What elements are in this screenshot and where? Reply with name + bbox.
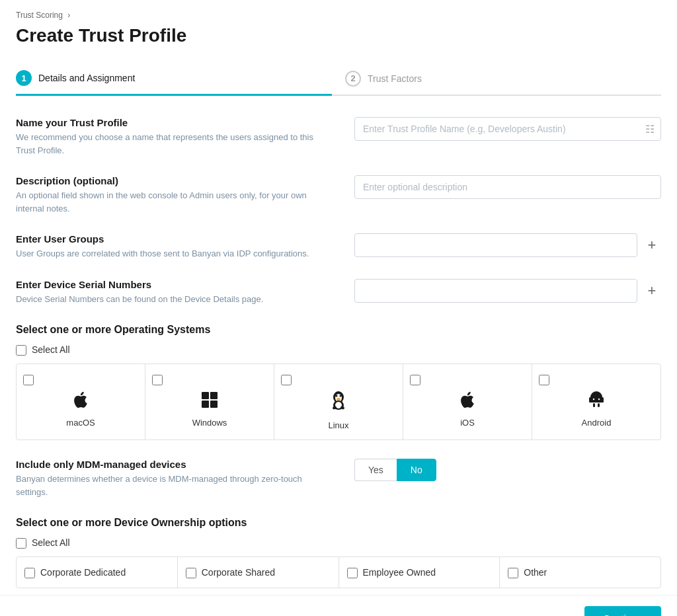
ownership-corporate-shared-checkbox[interactable] [186, 568, 196, 578]
ownership-cell-corporate-dedicated: Corporate Dedicated [17, 557, 178, 588]
os-section: Select one or more Operating Systems Sel… [16, 324, 661, 440]
svg-point-7 [340, 395, 342, 397]
svg-point-18 [598, 399, 600, 400]
mdm-no-button[interactable]: No [397, 459, 436, 481]
linux-icon [329, 391, 348, 416]
svg-rect-0 [202, 392, 209, 399]
os-macos-checkbox[interactable] [23, 375, 34, 385]
os-windows-label: Windows [192, 418, 227, 428]
ownership-cell-employee-owned: Employee Owned [339, 557, 500, 588]
ownership-select-all-label: Select All [32, 537, 70, 548]
os-cell-android: Android [532, 364, 660, 440]
device-serial-desc: Device Serial Numbers can be found on th… [16, 293, 333, 306]
steps-nav: 1 Details and Assignment 2 Trust Factors [16, 62, 661, 96]
android-icon [587, 391, 606, 414]
svg-rect-13 [589, 397, 591, 403]
os-ios-label: iOS [460, 418, 475, 428]
device-serial-add-button[interactable]: + [643, 282, 661, 300]
os-windows-checkbox[interactable] [152, 375, 163, 385]
svg-rect-15 [593, 403, 595, 407]
continue-button[interactable]: Continue [584, 606, 661, 616]
windows-icon [200, 391, 219, 414]
os-linux-checkbox[interactable] [281, 375, 292, 385]
name-field-title: Name your Trust Profile [16, 117, 333, 128]
page-title: Create Trust Profile [16, 25, 661, 46]
os-macos-label: macOS [66, 418, 95, 428]
svg-point-6 [336, 395, 338, 397]
svg-rect-1 [210, 392, 218, 399]
os-select-all-checkbox[interactable] [16, 345, 26, 356]
step-2-label: Trust Factors [368, 73, 422, 84]
os-linux-label: Linux [328, 420, 348, 430]
user-groups-add-button[interactable]: + [643, 236, 661, 254]
step-1-label: Details and Assignment [38, 73, 135, 83]
user-groups-section: Enter User Groups User Groups are correl… [16, 233, 661, 260]
mdm-yes-button[interactable]: Yes [354, 459, 397, 481]
trust-profile-name-input[interactable] [354, 117, 661, 141]
step-1-number: 1 [16, 70, 32, 86]
svg-point-8 [337, 398, 340, 401]
os-grid: macOS Windows [16, 364, 661, 440]
device-serial-section: Enter Device Serial Numbers Device Seria… [16, 279, 661, 306]
user-groups-title: Enter User Groups [16, 233, 333, 245]
os-select-all-label: Select All [32, 344, 70, 355]
breadcrumb-separator: › [67, 11, 70, 20]
name-section: Name your Trust Profile We recommend you… [16, 117, 661, 157]
os-cell-ios: iOS [403, 364, 532, 440]
os-cell-linux: Linux [274, 364, 403, 440]
user-groups-desc: User Groups are correlated with those se… [16, 247, 333, 260]
ios-apple-icon [458, 391, 477, 414]
breadcrumb-parent[interactable]: Trust Scoring [16, 11, 63, 20]
step-2-number: 2 [345, 71, 361, 87]
step-2[interactable]: 2 Trust Factors [332, 62, 661, 95]
os-android-checkbox[interactable] [539, 375, 549, 385]
apple-icon [71, 391, 90, 414]
step-1[interactable]: 1 Details and Assignment [16, 62, 332, 96]
footer-bar: Continue [0, 595, 677, 616]
svg-rect-16 [598, 403, 600, 407]
os-cell-macos: macOS [17, 364, 145, 440]
mdm-title: Include only MDM-managed devices [16, 459, 333, 470]
ownership-corporate-shared-label: Corporate Shared [202, 567, 275, 578]
device-ownership-title: Select one or more Device Ownership opti… [16, 517, 661, 529]
ownership-select-all-checkbox[interactable] [16, 538, 26, 549]
description-section: Description (optional) An optional field… [16, 175, 661, 215]
ownership-cell-corporate-shared: Corporate Shared [178, 557, 339, 588]
ownership-corporate-dedicated-checkbox[interactable] [24, 568, 35, 578]
os-ios-checkbox[interactable] [410, 375, 420, 385]
svg-point-17 [593, 399, 594, 400]
ownership-other-checkbox[interactable] [508, 568, 518, 578]
breadcrumb: Trust Scoring › [16, 11, 661, 20]
device-serial-title: Enter Device Serial Numbers [16, 279, 333, 290]
ownership-corporate-dedicated-label: Corporate Dedicated [40, 567, 126, 578]
ownership-employee-owned-label: Employee Owned [363, 567, 436, 578]
input-icon: ☷ [645, 123, 655, 135]
os-android-label: Android [582, 418, 612, 428]
device-ownership-section: Select one or more Device Ownership opti… [16, 517, 661, 588]
svg-rect-2 [202, 401, 209, 408]
ownership-other-label: Other [524, 567, 547, 578]
ownership-grid: Corporate Dedicated Corporate Shared Emp… [16, 557, 661, 588]
description-input[interactable] [354, 175, 661, 199]
mdm-desc: Banyan determines whether a device is MD… [16, 473, 333, 498]
mdm-section: Include only MDM-managed devices Banyan … [16, 459, 661, 498]
description-field-title: Description (optional) [16, 175, 333, 186]
description-field-desc: An optional field shown in the web conso… [16, 189, 333, 215]
name-field-desc: We recommend you choose a name that repr… [16, 131, 333, 157]
device-serial-input[interactable] [354, 279, 637, 303]
os-section-title: Select one or more Operating Systems [16, 324, 661, 336]
svg-rect-3 [210, 401, 218, 408]
ownership-employee-owned-checkbox[interactable] [347, 568, 358, 578]
ownership-cell-other: Other [500, 557, 660, 588]
mdm-toggle-group: Yes No [354, 459, 436, 481]
svg-rect-14 [602, 397, 604, 403]
os-cell-windows: Windows [145, 364, 274, 440]
user-groups-input[interactable] [354, 233, 637, 257]
